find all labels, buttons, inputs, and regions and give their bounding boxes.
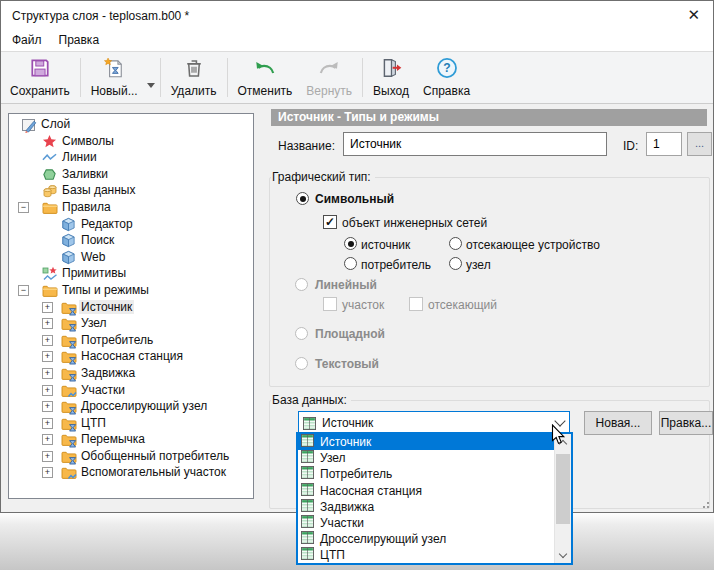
- tree-item-label: ЦТП: [79, 416, 108, 430]
- tree-item[interactable]: +Обобщенный потребитель: [9, 448, 253, 465]
- id-input[interactable]: 1: [646, 132, 682, 156]
- radio-symbolic-label[interactable]: Символьный: [315, 192, 394, 206]
- tree-item-label: Примитивы: [60, 266, 128, 280]
- expand-plus-icon[interactable]: +: [42, 467, 53, 478]
- expand-plus-icon[interactable]: +: [42, 385, 53, 396]
- undo-icon: [253, 57, 277, 83]
- new-database-button[interactable]: Новая...: [584, 411, 652, 435]
- checkbox-network-object-label[interactable]: объект инженерных сетей: [342, 216, 487, 230]
- toolbar-button-5: Вернуть: [299, 53, 359, 102]
- tree-item[interactable]: Редактор: [9, 216, 253, 233]
- expand-plus-icon[interactable]: +: [42, 401, 53, 412]
- new-dropdown-arrow-icon[interactable]: [147, 83, 155, 88]
- cube-icon: [61, 250, 76, 265]
- id-browse-button[interactable]: ...: [687, 132, 712, 156]
- tree-item-label: Линии: [60, 150, 99, 164]
- panel-header: Источник - Типы и режимы: [271, 109, 707, 126]
- dropdown-item[interactable]: Участки: [298, 515, 571, 531]
- dropdown-item[interactable]: Узел: [298, 450, 571, 466]
- folder-icon: [42, 200, 57, 215]
- tree-item[interactable]: Базы данных: [9, 182, 253, 199]
- tree-item[interactable]: +Задвижка: [9, 365, 253, 382]
- tree-item[interactable]: Web: [9, 249, 253, 266]
- database-combobox[interactable]: Источник: [298, 411, 570, 434]
- toolbar-button-3[interactable]: Удалить: [164, 53, 224, 102]
- dropdown-item-label: Задвижка: [320, 500, 374, 514]
- mouse-cursor: [551, 424, 566, 446]
- tree-item[interactable]: +Насосная станция: [9, 348, 253, 365]
- tree-item-label: Базы данных: [60, 183, 137, 197]
- expand-plus-icon[interactable]: +: [42, 351, 53, 362]
- radio-source-label[interactable]: источник: [361, 238, 410, 252]
- tree-item[interactable]: +Перемычка: [9, 431, 253, 448]
- tree-item[interactable]: Линии: [9, 149, 253, 166]
- resize-grip[interactable]: [699, 498, 709, 508]
- edit-database-button[interactable]: Правка...: [659, 411, 713, 435]
- radio-cutoff-device-label[interactable]: отсекающее устройство: [466, 238, 600, 252]
- expand-plus-icon[interactable]: +: [42, 451, 53, 462]
- tree-item[interactable]: +Потребитель: [9, 332, 253, 349]
- tree-item[interactable]: −Правила: [9, 199, 253, 216]
- radio-consumer[interactable]: [344, 257, 357, 270]
- tree-item-label: Источник: [79, 300, 134, 314]
- close-icon[interactable]: ✕: [687, 6, 700, 24]
- toolbar-button-1[interactable]: Сохранить: [3, 53, 77, 102]
- folder-polyline-icon: [61, 465, 76, 480]
- radio-symbolic[interactable]: [296, 192, 309, 205]
- expand-plus-icon[interactable]: +: [42, 418, 53, 429]
- polyline-icon: [42, 150, 57, 165]
- new-document-icon: [103, 57, 125, 83]
- radio-areal-label: Площадной: [315, 327, 385, 341]
- radio-node-label[interactable]: узел: [466, 258, 491, 272]
- radio-node[interactable]: [449, 257, 462, 270]
- radio-source[interactable]: [344, 237, 357, 250]
- toolbar-button-6[interactable]: Выход: [366, 53, 416, 102]
- toolbar-separator: [80, 58, 81, 97]
- toolbar-separator: [227, 58, 228, 97]
- tree-item[interactable]: Символы: [9, 133, 253, 150]
- dropdown-scrollbar[interactable]: [554, 434, 571, 563]
- scroll-down-icon[interactable]: [555, 548, 571, 563]
- dropdown-item[interactable]: Источник: [298, 434, 571, 450]
- tree-item[interactable]: +Узел: [9, 315, 253, 332]
- expand-plus-icon[interactable]: +: [42, 368, 53, 379]
- database-icon: [42, 183, 57, 198]
- tree-item-label: Задвижка: [79, 366, 137, 380]
- expand-plus-icon[interactable]: +: [42, 318, 53, 329]
- tree-item[interactable]: Заливки: [9, 166, 253, 183]
- dropdown-item[interactable]: ЦТП: [298, 547, 571, 563]
- toolbar-button-7[interactable]: ?Справка: [416, 53, 477, 102]
- scrollbar-thumb[interactable]: [556, 454, 570, 524]
- checkbox-segment: [323, 297, 337, 311]
- tree-item[interactable]: +Участки: [9, 382, 253, 399]
- table-icon: [301, 450, 314, 466]
- toolbar-button-2[interactable]: Новый...: [84, 53, 145, 102]
- menu-item[interactable]: Правка: [59, 29, 109, 51]
- tree-item[interactable]: +Источник: [9, 299, 253, 316]
- tree-item[interactable]: Поиск: [9, 232, 253, 249]
- dropdown-item[interactable]: Перемычка: [298, 564, 571, 566]
- menu-item[interactable]: Файл: [12, 29, 51, 51]
- tree-item[interactable]: +Вспомогательный участок: [9, 464, 253, 481]
- dropdown-item[interactable]: Задвижка: [298, 499, 571, 515]
- toolbar-button-4[interactable]: Отменить: [231, 53, 300, 102]
- dropdown-item-label: Насосная станция: [320, 484, 422, 498]
- checkbox-network-object[interactable]: ✓: [323, 215, 337, 229]
- tree-item[interactable]: +Дросселирующий узел: [9, 398, 253, 415]
- expand-plus-icon[interactable]: +: [42, 335, 53, 346]
- tree-item[interactable]: −Типы и режимы: [9, 282, 253, 299]
- exit-icon: [380, 57, 402, 83]
- collapse-minus-icon[interactable]: −: [18, 202, 29, 213]
- tree-item[interactable]: +ЦТП: [9, 415, 253, 432]
- expand-plus-icon[interactable]: +: [42, 434, 53, 445]
- tree-item[interactable]: Слой: [9, 116, 253, 133]
- tree-item[interactable]: Примитивы: [9, 265, 253, 282]
- collapse-minus-icon[interactable]: −: [18, 285, 29, 296]
- radio-cutoff-device[interactable]: [449, 237, 462, 250]
- dropdown-item[interactable]: Потребитель: [298, 466, 571, 482]
- dropdown-item[interactable]: Дросселирующий узел: [298, 531, 571, 547]
- radio-consumer-label[interactable]: потребитель: [361, 258, 431, 272]
- name-input[interactable]: Источник: [343, 132, 607, 156]
- dropdown-item[interactable]: Насосная станция: [298, 483, 571, 499]
- expand-plus-icon[interactable]: +: [42, 302, 53, 313]
